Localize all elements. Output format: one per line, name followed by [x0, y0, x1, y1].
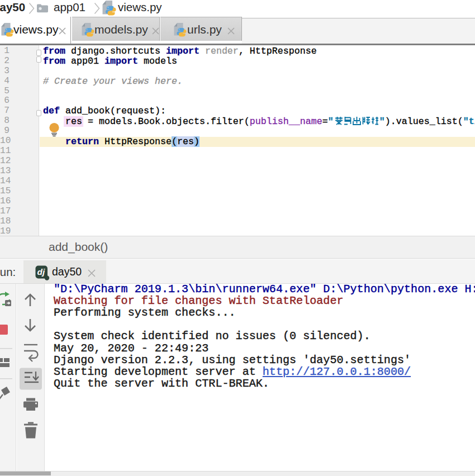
- svg-text:dj: dj: [37, 267, 45, 277]
